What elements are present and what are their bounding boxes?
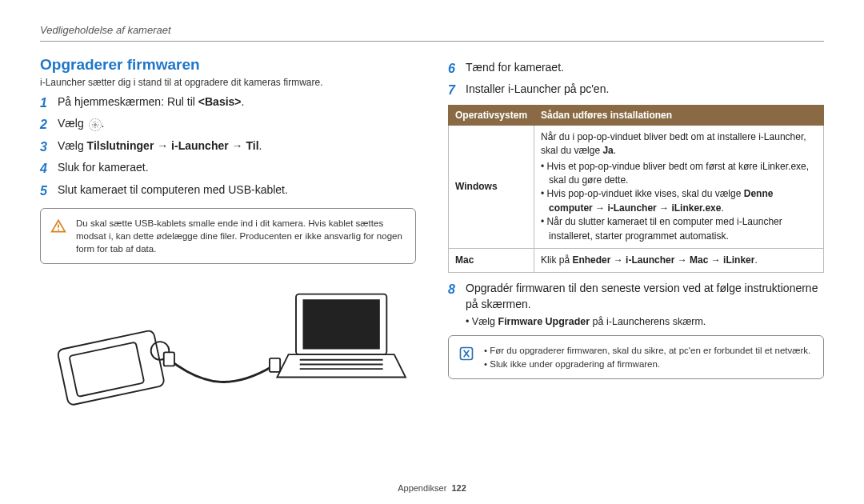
right-column: 6 Tænd for kameraet. 7 Installer i-Launc…	[448, 56, 824, 411]
svg-point-2	[58, 229, 59, 230]
step-text: Installer i-Launcher på pc'en.	[466, 82, 824, 98]
table-row: Mac Klik på Enheder → i-Launcher → Mac →…	[449, 248, 824, 272]
mac-instructions: Klik på Enheder → i-Launcher → Mac → iLi…	[534, 248, 824, 272]
windows-instructions: Når du i pop-op-vinduet bliver bedt om a…	[534, 125, 824, 248]
step-text: Sluk for kameraet.	[58, 160, 416, 176]
step-bold: Tilslutninger → i-Launcher → Til	[87, 139, 259, 152]
step-number: 8	[448, 281, 466, 298]
intro-text: i-Launcher sætter dig i stand til at opg…	[40, 77, 416, 88]
step-number: 3	[40, 138, 58, 156]
step-6: 6 Tænd for kameraet.	[448, 60, 824, 78]
step-number: 5	[40, 182, 58, 200]
step-bold: <Basis>	[198, 95, 242, 108]
list-item: Hvis et pop-op-vindue bliver bedt om før…	[541, 160, 817, 188]
step-text: Tænd for kameraet.	[466, 60, 824, 76]
left-column: Opgraderer firmwaren i-Launcher sætter d…	[40, 56, 416, 411]
camera-to-laptop-illustration	[40, 275, 416, 411]
step-text: Opgradér firmwaren til den seneste versi…	[466, 281, 824, 312]
svg-rect-6	[164, 353, 174, 366]
step-number: 2	[40, 116, 58, 134]
page-footer: Appendikser 122	[0, 483, 864, 493]
step-2: 2 Vælg .	[40, 116, 416, 134]
step-5: 5 Slut kameraet til computeren med USB-k…	[40, 182, 416, 200]
step-number: 7	[448, 82, 466, 99]
svg-rect-4	[69, 342, 144, 397]
step-text: På hjemmeskærmen: Rul til	[58, 95, 198, 108]
warning-icon	[50, 218, 66, 234]
info-icon	[458, 346, 474, 362]
os-install-table: Operativsystem Sådan udføres installatio…	[448, 105, 824, 274]
svg-rect-3	[57, 330, 165, 406]
step-4: 4 Sluk for kameraet.	[40, 160, 416, 178]
table-header-howto: Sådan udføres installationen	[534, 105, 824, 125]
svg-point-0	[94, 123, 96, 126]
os-windows: Windows	[449, 125, 534, 248]
step-number: 1	[40, 94, 58, 112]
section-title: Opgraderer firmwaren	[40, 56, 416, 74]
step-text: Vælg	[58, 117, 87, 130]
settings-gear-icon	[89, 118, 102, 131]
list-item: Sluk ikke under opgradering af firmwaren…	[484, 358, 814, 370]
list-item: Hvis pop-op-vinduet ikke vises, skal du …	[541, 187, 817, 215]
os-mac: Mac	[449, 248, 534, 272]
step-1: 1 På hjemmeskærmen: Rul til <Basis>.	[40, 94, 416, 112]
step-text: Slut kameraet til computeren med USB-kab…	[58, 182, 416, 198]
list-item: Når du slutter kameraet til en computer …	[541, 215, 817, 243]
step-8: 8 Opgradér firmwaren til den seneste ver…	[448, 281, 824, 312]
step-text: Vælg	[58, 139, 87, 152]
svg-rect-9	[303, 300, 378, 348]
step-number: 6	[448, 60, 466, 78]
sub-bullet: Vælg Firmware Upgrader på i-Launcherens …	[466, 316, 824, 327]
step-3: 3 Vælg Tilslutninger → i-Launcher → Til.	[40, 138, 416, 156]
callout-text: Du skal sætte USB-kablets smalle ende in…	[76, 218, 402, 254]
footer-section: Appendikser	[398, 483, 446, 493]
warning-callout: Du skal sætte USB-kablets smalle ende in…	[40, 208, 416, 264]
page-number: 122	[451, 483, 466, 493]
svg-rect-7	[270, 358, 280, 372]
list-item: Før du opgraderer firmwaren, skal du sik…	[484, 344, 814, 357]
breadcrumb: Vedligeholdelse af kameraet	[40, 24, 824, 42]
info-callout: Før du opgraderer firmwaren, skal du sik…	[448, 335, 824, 378]
table-row: Windows Når du i pop-op-vinduet bliver b…	[449, 125, 824, 248]
table-header-os: Operativsystem	[449, 105, 534, 125]
step-7: 7 Installer i-Launcher på pc'en.	[448, 82, 824, 99]
step-number: 4	[40, 160, 58, 178]
